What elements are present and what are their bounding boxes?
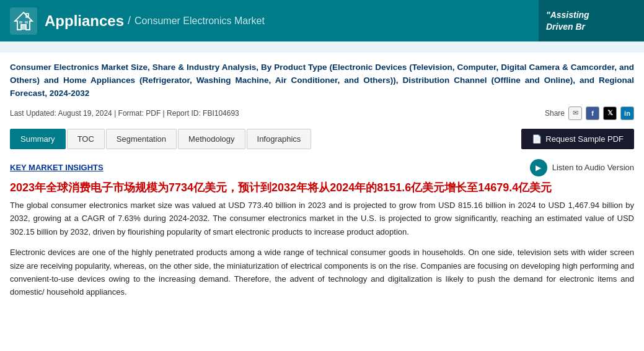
header-banner: "Assisting Driven Br (539, 0, 644, 41)
insights-paragraph-2: Electronic devices are one of the highly… (10, 246, 634, 299)
page-header: Appliances / Consumer Electronics Market… (0, 0, 644, 41)
svg-rect-0 (10, 7, 37, 35)
tab-toc[interactable]: TOC (67, 129, 105, 149)
tab-segmentation[interactable]: Segmentation (106, 129, 177, 149)
audio-section: ▶ Listen to Audio Version (530, 159, 634, 176)
article-title: Consumer Electronics Market Size, Share … (10, 61, 634, 100)
breadcrumb: Appliances / Consumer Electronics Market (45, 12, 265, 30)
share-linkedin-icon[interactable]: in (620, 106, 634, 120)
share-label: Share (545, 109, 565, 118)
home-icon[interactable] (10, 7, 37, 35)
request-sample-button[interactable]: 📄 Request Sample PDF (521, 129, 634, 149)
meta-row: Last Updated: August 19, 2024 | Format: … (10, 106, 634, 120)
kmi-header-row: KEY MARKET INSIGHTS ▶ Listen to Audio Ve… (10, 159, 634, 176)
request-label: Request Sample PDF (545, 134, 624, 144)
svg-rect-2 (22, 25, 25, 30)
share-email-icon[interactable]: ✉ (568, 106, 582, 120)
tab-summary[interactable]: Summary (10, 129, 66, 149)
sub-header-bar (0, 41, 644, 53)
market-link[interactable]: Consumer Electronics Market (135, 15, 265, 27)
insights-paragraph-1: The global consumer electronics market s… (10, 199, 634, 238)
request-icon: 📄 (532, 134, 542, 144)
banner-text: "Assisting Driven Br (546, 9, 589, 32)
kmi-title: KEY MARKET INSIGHTS (10, 163, 104, 172)
main-content: Consumer Electronics Market Size, Share … (0, 53, 644, 299)
meta-info: Last Updated: August 19, 2024 | Format: … (10, 109, 239, 118)
svg-rect-4 (19, 21, 22, 24)
breadcrumb-separator: / (128, 14, 131, 27)
audio-label: Listen to Audio Version (552, 163, 634, 172)
appliances-link[interactable]: Appliances (45, 12, 124, 30)
tab-infographics[interactable]: Infographics (247, 129, 312, 149)
chinese-marquee-text: 2023年全球消费电子市场规模为7734亿美元，预计到2032年将从2024年的… (10, 180, 634, 195)
svg-rect-5 (25, 21, 28, 24)
audio-play-icon[interactable]: ▶ (530, 159, 547, 176)
share-section: Share ✉ f 𝕏 in (545, 106, 634, 120)
tabs-row: Summary TOC Segmentation Methodology Inf… (10, 129, 634, 149)
share-twitter-icon[interactable]: 𝕏 (603, 106, 617, 120)
tab-methodology[interactable]: Methodology (178, 129, 245, 149)
share-facebook-icon[interactable]: f (586, 106, 599, 120)
